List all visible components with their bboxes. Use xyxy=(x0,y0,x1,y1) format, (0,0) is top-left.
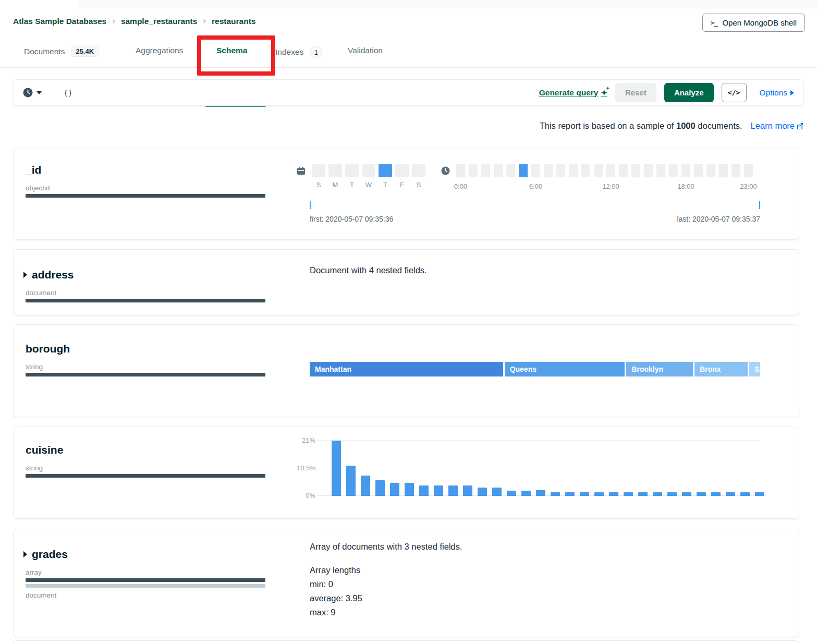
borough-segment[interactable]: Manhattan xyxy=(310,362,503,376)
expand-caret-icon[interactable] xyxy=(23,272,27,278)
hour-bar[interactable] xyxy=(494,164,503,177)
cuisine-bar[interactable] xyxy=(638,492,648,496)
tab-aggregations[interactable]: Aggregations xyxy=(136,46,183,55)
borough-value-distribution: ManhattanQueensBrooklynBronxS xyxy=(310,362,760,376)
cuisine-bar[interactable] xyxy=(536,490,545,496)
weekday-label: F xyxy=(400,181,404,189)
cuisine-bar[interactable] xyxy=(463,485,472,496)
generate-query-link[interactable]: Generate query ✦✦ xyxy=(539,88,607,98)
weekday-bar[interactable] xyxy=(379,164,392,177)
query-history-button[interactable] xyxy=(23,88,42,98)
cuisine-bar[interactable] xyxy=(740,492,750,496)
hour-bar[interactable] xyxy=(594,164,603,177)
hour-bar[interactable] xyxy=(744,164,753,177)
weekday-label: W xyxy=(365,181,372,189)
weekday-bar[interactable] xyxy=(412,164,425,177)
cuisine-bar[interactable] xyxy=(375,480,385,496)
open-mongodb-shell-button[interactable]: >_ Open MongoDB shell xyxy=(702,14,805,32)
cuisine-bar[interactable] xyxy=(332,441,341,496)
borough-segment[interactable]: Queens xyxy=(505,362,625,376)
cuisine-bar[interactable] xyxy=(361,476,370,496)
hour-bar[interactable] xyxy=(706,164,715,177)
cuisine-bar[interactable] xyxy=(551,492,560,496)
hour-bar[interactable] xyxy=(681,164,690,177)
weekday-bar[interactable] xyxy=(312,164,325,177)
hour-bar[interactable] xyxy=(456,164,465,177)
cuisine-bar[interactable] xyxy=(478,488,487,496)
code-brackets-icon: </> xyxy=(728,89,740,96)
cuisine-bar[interactable] xyxy=(653,492,662,496)
cuisine-bar[interactable] xyxy=(346,466,356,496)
cuisine-bar[interactable] xyxy=(609,492,618,496)
borough-segment[interactable]: Brooklyn xyxy=(626,362,693,376)
cuisine-bar[interactable] xyxy=(492,488,502,496)
hour-bar[interactable] xyxy=(669,164,678,177)
borough-segment[interactable]: S xyxy=(749,362,760,376)
cuisine-bar[interactable] xyxy=(711,492,721,496)
code-view-toggle-button[interactable]: </> xyxy=(722,83,747,102)
weekday-column: T xyxy=(345,164,359,189)
learn-more-link[interactable]: Learn more xyxy=(751,121,803,131)
cuisine-bar[interactable] xyxy=(580,492,589,496)
borough-segment[interactable]: Bronx xyxy=(694,362,748,376)
tab-schema-label: Schema xyxy=(216,46,247,55)
hour-bar[interactable] xyxy=(619,164,628,177)
cuisine-bar[interactable] xyxy=(419,485,429,496)
field-type-label: string xyxy=(26,363,265,371)
hour-bar[interactable] xyxy=(531,164,540,177)
cuisine-bar[interactable] xyxy=(521,491,531,496)
options-toggle[interactable]: Options xyxy=(760,88,794,98)
hour-bar[interactable] xyxy=(556,164,565,177)
analyze-button[interactable]: Analyze xyxy=(664,83,714,102)
documents-count-badge: 25.4K xyxy=(71,46,99,57)
cuisine-bar[interactable] xyxy=(624,492,633,496)
hour-bar[interactable] xyxy=(481,164,490,177)
hour-bar[interactable] xyxy=(731,164,740,177)
breadcrumb-collection[interactable]: restaurants xyxy=(212,17,255,26)
hour-bar[interactable] xyxy=(719,164,728,177)
hour-bar[interactable] xyxy=(519,164,528,177)
hour-bar[interactable] xyxy=(694,164,703,177)
collection-tab-bar: Documents 25.4K Aggregations Schema Inde… xyxy=(0,43,817,68)
cuisine-bar[interactable] xyxy=(594,492,604,496)
hour-bar[interactable] xyxy=(606,164,615,177)
weekday-bar[interactable] xyxy=(345,164,359,177)
hour-bar[interactable] xyxy=(656,164,665,177)
tab-schema[interactable]: Schema xyxy=(216,46,247,55)
cuisine-bar[interactable] xyxy=(726,492,735,496)
hour-bar[interactable] xyxy=(631,164,640,177)
terminal-icon: >_ xyxy=(711,19,718,27)
hour-bar[interactable] xyxy=(644,164,653,177)
weekday-column: M xyxy=(328,164,342,189)
cuisine-bar[interactable] xyxy=(507,491,516,496)
weekday-bar[interactable] xyxy=(328,164,342,177)
cuisine-bar[interactable] xyxy=(697,492,706,496)
cuisine-bar[interactable] xyxy=(667,492,677,496)
hour-bar[interactable] xyxy=(569,164,578,177)
weekday-bar[interactable] xyxy=(362,164,375,177)
tab-documents-label: Documents xyxy=(24,47,65,56)
reset-button[interactable]: Reset xyxy=(615,83,656,102)
filter-input[interactable]: {} xyxy=(64,89,539,97)
weekday-bar[interactable] xyxy=(395,164,409,177)
cuisine-bar[interactable] xyxy=(434,485,443,496)
range-start-tick xyxy=(310,201,311,209)
hour-bar[interactable] xyxy=(544,164,553,177)
cuisine-bar[interactable] xyxy=(405,483,414,496)
hour-bar[interactable] xyxy=(581,164,590,177)
tab-indexes[interactable]: Indexes 1 xyxy=(275,46,322,58)
cuisine-bar[interactable] xyxy=(565,492,575,496)
expand-caret-icon[interactable] xyxy=(23,551,27,557)
y-axis-tick: 0% xyxy=(297,492,315,500)
cuisine-bar[interactable] xyxy=(390,483,399,496)
hour-bar[interactable] xyxy=(506,164,515,177)
tab-validation[interactable]: Validation xyxy=(348,46,383,55)
cuisine-bar[interactable] xyxy=(448,485,458,496)
breadcrumb-database[interactable]: sample_restaurants xyxy=(121,17,197,26)
cuisine-bar[interactable] xyxy=(682,492,691,496)
type-distribution-bar xyxy=(26,373,265,376)
breadcrumb-database-group[interactable]: Atlas Sample Databases xyxy=(13,17,106,26)
tab-documents[interactable]: Documents 25.4K xyxy=(24,46,99,57)
hour-bar[interactable] xyxy=(469,164,478,177)
cuisine-bar[interactable] xyxy=(755,492,764,496)
